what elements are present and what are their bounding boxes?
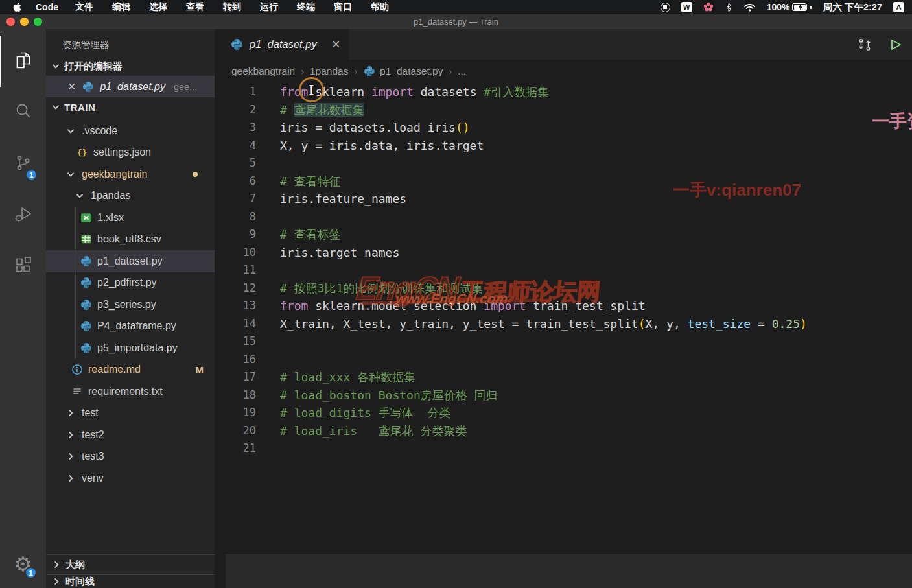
code-line-16[interactable]: 16: [215, 351, 912, 369]
code-line-7[interactable]: 7iris.feature_names: [215, 190, 912, 208]
close-window-button[interactable]: [6, 18, 15, 26]
activitybar-source-control[interactable]: 1: [0, 138, 46, 189]
code-line-19[interactable]: 19# load_digits 手写体 分类: [215, 404, 912, 422]
menu-app-name[interactable]: Code: [36, 2, 58, 12]
zoom-window-button[interactable]: [34, 18, 42, 26]
battery-indicator[interactable]: 100%: [767, 2, 812, 12]
line-number[interactable]: 9: [215, 226, 256, 244]
menu-item-8[interactable]: 帮助: [371, 1, 389, 13]
timeline-section[interactable]: 时间线: [46, 574, 215, 588]
code-line-9[interactable]: 9# 查看标签: [215, 226, 912, 244]
line-number[interactable]: 12: [215, 279, 256, 298]
activitybar-search[interactable]: [0, 87, 46, 138]
close-editor-icon[interactable]: ✕: [67, 82, 76, 92]
open-changes-icon[interactable]: [858, 38, 872, 52]
tree-item-p2-pdfirst-py[interactable]: p2_pdfirst.py: [46, 272, 215, 294]
tree-item-p3-series-py[interactable]: p3_series.py: [46, 294, 215, 316]
menu-item-6[interactable]: 终端: [297, 1, 315, 13]
menu-item-4[interactable]: 转到: [223, 1, 241, 13]
tree-item-requirements-txt[interactable]: requirements.txt: [46, 381, 215, 403]
line-number[interactable]: 6: [215, 172, 256, 191]
screen-record-icon[interactable]: [661, 3, 670, 12]
line-number[interactable]: 10: [215, 244, 256, 262]
tree-item-geekbangtrain[interactable]: geekbangtrain: [46, 163, 215, 185]
code-line-5[interactable]: 5: [215, 154, 912, 172]
flower-icon[interactable]: [703, 2, 714, 12]
line-number[interactable]: 11: [215, 261, 256, 279]
minimize-window-button[interactable]: [20, 18, 29, 26]
line-number[interactable]: 7: [215, 190, 256, 208]
tree-item-test3[interactable]: test3: [46, 446, 215, 468]
code-line-17[interactable]: 17# load_xxx 各种数据集: [215, 368, 912, 386]
tree-item-p5-importdata-py[interactable]: p5_importdata.py: [46, 337, 215, 359]
code-line-20[interactable]: 20# load_iris 鸢尾花 分类聚类: [215, 422, 912, 440]
tree-item-readme-md[interactable]: readme.mdM: [46, 359, 215, 381]
tree-item-1-xlsx[interactable]: 1.xlsx: [46, 207, 215, 229]
line-number[interactable]: 16: [215, 351, 256, 369]
menubar-clock[interactable]: 周六 下午2:27: [823, 1, 882, 14]
line-number[interactable]: 19: [215, 404, 256, 422]
line-number[interactable]: 20: [215, 422, 256, 440]
menu-item-0[interactable]: 文件: [75, 1, 93, 13]
activitybar-extensions[interactable]: [0, 241, 46, 292]
line-number[interactable]: 14: [215, 315, 256, 333]
code-line-14[interactable]: 14X_train, X_test, y_train, y_test = tra…: [215, 315, 912, 333]
line-number[interactable]: 21: [215, 440, 256, 458]
activitybar-run-debug[interactable]: [0, 189, 46, 241]
code-line-12[interactable]: 12# 按照3比1的比例划分训练集和测试集: [215, 279, 912, 298]
breadcrumb-geekbangtrain[interactable]: geekbangtrain: [231, 65, 295, 77]
tree-item-book-utf8-csv[interactable]: book_utf8.csv: [46, 229, 215, 251]
code-line-1[interactable]: 1from sklearn import datasets #引入数据集: [215, 83, 912, 101]
tree-item-settings-json[interactable]: {}settings.json: [46, 142, 215, 164]
w-app-icon[interactable]: W: [681, 2, 692, 12]
outline-section[interactable]: 大纲: [46, 554, 215, 574]
tree-item-1pandas[interactable]: 1pandas: [46, 185, 215, 207]
breadcrumb-p1-dataset-py[interactable]: p1_dataset.py: [363, 65, 443, 77]
code-line-4[interactable]: 4X, y = iris.data, iris.target: [215, 137, 912, 155]
activitybar-explorer[interactable]: [0, 36, 46, 87]
breadcrumb-1pandas[interactable]: 1pandas: [310, 65, 348, 77]
code-line-8[interactable]: 8: [215, 208, 912, 226]
line-number[interactable]: 18: [215, 386, 256, 405]
line-number[interactable]: 8: [215, 208, 256, 226]
line-number[interactable]: 5: [215, 154, 256, 172]
menu-item-7[interactable]: 窗口: [334, 1, 352, 13]
code-line-13[interactable]: 13from sklearn.model_selection import tr…: [215, 297, 912, 315]
tab-p1-dataset[interactable]: p1_dataset.py ✕: [215, 29, 349, 60]
tree-item-test2[interactable]: test2: [46, 424, 215, 446]
open-editor-p1-dataset[interactable]: ✕ p1_dataset.py gee...: [46, 76, 215, 97]
line-number[interactable]: 2: [215, 101, 256, 119]
run-file-icon[interactable]: [888, 38, 902, 52]
workspace-section-header[interactable]: TRAIN: [46, 97, 215, 117]
line-number[interactable]: 3: [215, 119, 256, 137]
menu-item-5[interactable]: 运行: [260, 1, 278, 13]
line-number[interactable]: 15: [215, 333, 256, 351]
tab-close-icon[interactable]: ✕: [332, 38, 340, 51]
code-line-11[interactable]: 11: [215, 261, 912, 279]
breadcrumb--[interactable]: ...: [458, 65, 466, 77]
window-titlebar[interactable]: p1_dataset.py — Train: [0, 14, 912, 29]
input-source-icon[interactable]: A: [893, 2, 904, 12]
tree-item--vscode[interactable]: .vscode: [46, 120, 215, 142]
code-line-3[interactable]: 3iris = datasets.load_iris(): [215, 119, 912, 137]
wifi-icon[interactable]: [743, 3, 756, 12]
tree-item-venv[interactable]: venv: [46, 467, 215, 489]
code-line-21[interactable]: 21: [215, 440, 912, 458]
tree-item-p1-dataset-py[interactable]: p1_dataset.py: [46, 250, 215, 272]
tree-item-p4-dataframe-py[interactable]: P4_dataframe.py: [46, 316, 215, 338]
code-line-2[interactable]: 2# 鸢尾花数据集: [215, 101, 912, 119]
code-line-6[interactable]: 6# 查看特征: [215, 172, 912, 191]
open-editors-header[interactable]: 打开的编辑器: [46, 56, 215, 76]
code-line-18[interactable]: 18# load_boston Boston房屋价格 回归: [215, 386, 912, 405]
line-number[interactable]: 1: [215, 83, 256, 101]
menu-item-3[interactable]: 查看: [186, 1, 204, 13]
bluetooth-icon[interactable]: [725, 2, 732, 13]
tree-item-test[interactable]: test: [46, 403, 215, 425]
line-number[interactable]: 4: [215, 137, 256, 155]
line-number[interactable]: 13: [215, 297, 256, 315]
menu-item-1[interactable]: 编辑: [112, 1, 130, 13]
code-line-15[interactable]: 15: [215, 333, 912, 351]
line-number[interactable]: 17: [215, 368, 256, 386]
code-line-10[interactable]: 10iris.target_names: [215, 244, 912, 262]
menu-item-2[interactable]: 选择: [149, 1, 167, 13]
